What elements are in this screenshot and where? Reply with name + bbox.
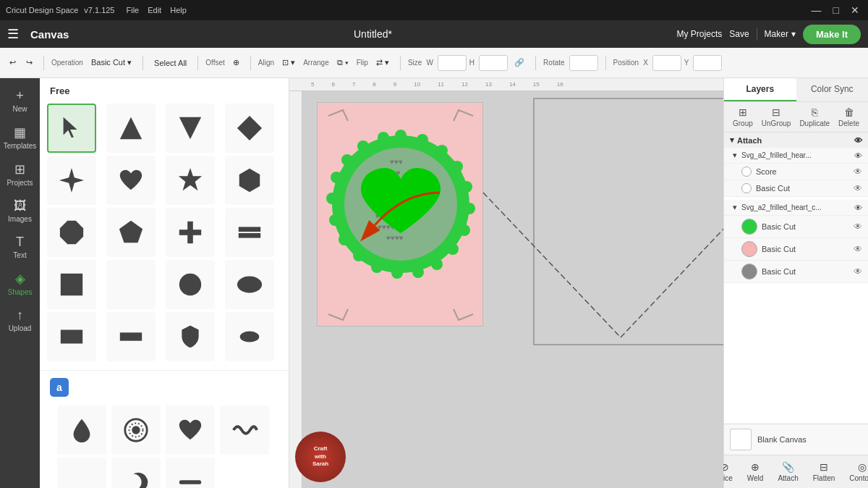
svg-group-2-header[interactable]: ▾ Svg_a2_frilled_heart_c... 👁 — [724, 200, 868, 216]
layer-score[interactable]: Score 👁 — [724, 164, 868, 180]
svg-group-1-label: Svg_a2_frilled_hear... — [741, 151, 812, 159]
layer-basic-cut-2[interactable]: Basic Cut 👁 — [724, 216, 868, 238]
x-input[interactable] — [652, 55, 681, 71]
rotate-input[interactable] — [569, 55, 598, 71]
shape-rect-m[interactable] — [106, 312, 156, 361]
redo-button[interactable]: ↪ — [22, 56, 36, 69]
y-input[interactable] — [693, 55, 722, 71]
sidebar-item-text[interactable]: T Text — [3, 230, 38, 264]
layer-basic-cut-1[interactable]: Basic Cut 👁 — [724, 180, 868, 197]
sidebar-item-projects[interactable]: ⊞ Projects — [3, 157, 38, 191]
canvas-content[interactable]: ♥♥♥♥♥ ♥♥♥♥♥♥ ♥♥♥♥♥ ♥♥♥♥♥ ♥♥♥♥♥♥ ♥♥♥♥♥ ♥♥… — [302, 91, 723, 488]
svg-point-42 — [378, 132, 389, 143]
basic-cut-4-eye-icon[interactable]: 👁 — [854, 266, 862, 277]
align-button[interactable]: ⊡ ▾ — [278, 56, 299, 69]
hamburger-menu[interactable]: ☰ — [7, 26, 19, 42]
make-it-button[interactable]: Make It — [803, 25, 861, 44]
score-eye-icon[interactable]: 👁 — [854, 167, 862, 177]
basic-cut-2-eye-icon[interactable]: 👁 — [854, 222, 862, 232]
shape-triangle-up[interactable] — [106, 104, 156, 153]
shape-wave[interactable] — [220, 405, 269, 455]
upload-icon: ↑ — [17, 308, 23, 323]
layer-basic-cut-3[interactable]: Basic Cut 👁 — [724, 238, 868, 261]
shape-crescent2[interactable] — [57, 458, 106, 488]
shape-crescent3[interactable] — [111, 458, 161, 488]
basic-cut-3-eye-icon[interactable]: 👁 — [854, 244, 862, 254]
sidebar-item-images[interactable]: 🖼 Images — [3, 194, 38, 227]
shape-flower[interactable] — [111, 405, 161, 455]
select-all-button[interactable]: Select All — [150, 57, 190, 69]
ungroup-button[interactable]: ⊟ UnGroup — [762, 106, 791, 127]
shape-rect-s[interactable] — [47, 312, 96, 361]
attach-group-header[interactable]: ▾ Attach 👁 — [724, 132, 868, 148]
window-controls: — □ ✕ — [809, 4, 862, 16]
shape-pentagon[interactable] — [106, 208, 156, 257]
shape-heart[interactable] — [106, 156, 156, 205]
y-label: Y — [684, 59, 689, 67]
sidebar-item-upload[interactable]: ↑ Upload — [3, 303, 38, 337]
menu-edit[interactable]: Edit — [148, 6, 161, 14]
shape-oval-small[interactable] — [225, 312, 274, 361]
svg2-eye-icon[interactable]: 👁 — [854, 203, 862, 212]
sidebar-label-new: New — [12, 105, 27, 113]
svg-group-1-header[interactable]: ▾ Svg_a2_frilled_hear... 👁 — [724, 148, 868, 164]
shape-plus[interactable] — [166, 208, 215, 257]
lock-aspect-button[interactable]: 🔗 — [511, 56, 528, 69]
svg-point-41 — [357, 140, 369, 152]
tab-layers[interactable]: Layers — [724, 78, 796, 101]
attach-icon: 📎 — [782, 461, 794, 473]
svg-point-36 — [339, 234, 350, 245]
shape-heart2[interactable] — [166, 405, 215, 455]
maker-dropdown[interactable]: Maker ▾ — [765, 29, 796, 39]
shape-circle[interactable] — [166, 260, 215, 309]
close-btn[interactable]: ✕ — [848, 4, 862, 16]
arrange-button[interactable]: ⧉ ▾ — [333, 56, 352, 69]
undo-button[interactable]: ↩ — [6, 56, 20, 69]
height-input[interactable] — [479, 55, 508, 71]
weld-button[interactable]: ⊕ Weld — [743, 460, 768, 484]
attach-eye-icon[interactable]: 👁 — [854, 136, 862, 145]
flip-button[interactable]: ⇄ ▾ — [373, 56, 393, 69]
svg-point-37 — [329, 214, 341, 226]
layer-basic-cut-4[interactable]: Basic Cut 👁 — [724, 261, 868, 283]
width-input[interactable] — [438, 55, 467, 71]
shape-hexagon[interactable] — [225, 156, 274, 205]
save-button[interactable]: Save — [729, 29, 749, 39]
shape-cursor[interactable] — [47, 104, 96, 153]
tab-color-sync[interactable]: Color Sync — [796, 78, 869, 101]
shape-oval[interactable] — [225, 260, 274, 309]
shape-triangle-down[interactable] — [166, 104, 215, 153]
square-svg — [58, 271, 85, 298]
shape-square[interactable] — [47, 260, 96, 309]
duplicate-button[interactable]: ⎘ Duplicate — [799, 106, 830, 127]
minimize-btn[interactable]: — — [809, 4, 825, 16]
shape-drop[interactable] — [57, 405, 106, 455]
maximize-btn[interactable]: □ — [830, 4, 842, 16]
sidebar-item-shapes[interactable]: ◈ Shapes — [3, 266, 38, 300]
attach-bottom-button[interactable]: 📎 Attach — [773, 460, 802, 484]
ruler-tick: 12 — [461, 81, 468, 88]
offset-button[interactable]: ⊕ — [229, 56, 243, 69]
delete-button[interactable]: 🗑 Delete — [838, 106, 859, 127]
svg-point-27 — [461, 181, 472, 193]
shape-shield[interactable] — [166, 312, 215, 361]
flatten-button[interactable]: ⊟ Flatten — [809, 460, 840, 484]
group-button[interactable]: ⊞ Group — [733, 106, 753, 127]
octagon-svg — [58, 219, 85, 246]
sidebar-item-new[interactable]: + New — [3, 84, 38, 117]
my-projects-button[interactable]: My Projects — [677, 29, 723, 39]
menu-file[interactable]: File — [126, 6, 139, 14]
shape-crescent[interactable] — [106, 260, 156, 309]
sidebar-item-templates[interactable]: ▦ Templates — [3, 120, 38, 154]
operation-dropdown[interactable]: Basic Cut ▾ — [88, 56, 135, 69]
contour-button[interactable]: ◎ Contour — [845, 460, 868, 484]
shape-equals[interactable] — [225, 208, 274, 257]
shape-dash[interactable] — [166, 458, 215, 488]
shape-octagon[interactable] — [47, 208, 96, 257]
menu-help[interactable]: Help — [170, 6, 187, 14]
basic-cut-1-eye-icon[interactable]: 👁 — [854, 183, 862, 193]
shape-star4[interactable] — [47, 156, 96, 205]
shape-diamond[interactable] — [225, 104, 274, 153]
svg1-eye-icon[interactable]: 👁 — [854, 151, 862, 160]
shape-star5[interactable] — [166, 156, 215, 205]
